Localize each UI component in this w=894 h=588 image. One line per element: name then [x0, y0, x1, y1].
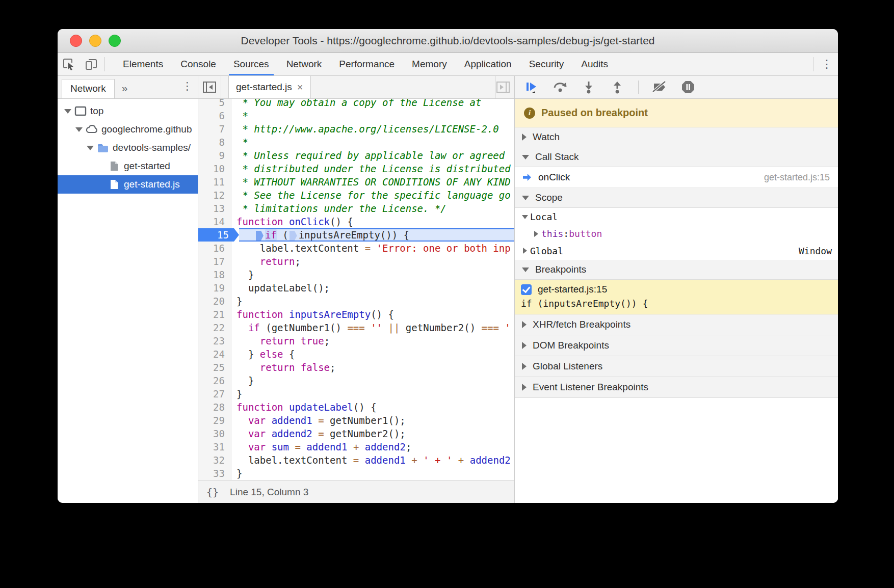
tree-item-get-started[interactable]: get-started: [58, 157, 198, 175]
paused-line-number-badge[interactable]: 15: [198, 228, 239, 242]
tree-item-get-started-js[interactable]: get-started.js: [58, 175, 198, 194]
step-over-button[interactable]: [553, 79, 568, 95]
device-toolbar-button[interactable]: [80, 53, 102, 75]
gutter-line-number[interactable]: 6: [198, 109, 231, 122]
gutter-line-number[interactable]: 12: [198, 189, 231, 202]
gutter-line-number[interactable]: 33: [198, 467, 231, 480]
tab-console[interactable]: Console: [172, 53, 225, 75]
section-call-stack[interactable]: Call Stack: [515, 147, 838, 167]
section-scope[interactable]: Scope: [515, 188, 838, 208]
scope-global[interactable]: Global Window: [515, 242, 838, 260]
panel-collapse-left-icon: [202, 81, 217, 93]
gutter-line-number[interactable]: 20: [198, 295, 231, 308]
resume-script-button[interactable]: [524, 79, 539, 95]
tab-network-drawer[interactable]: Network: [62, 79, 115, 98]
expander-open-icon[interactable]: [75, 127, 83, 132]
section-event-listener-breakpoints[interactable]: Event Listener Breakpoints: [515, 377, 838, 398]
gutter-line-number[interactable]: 31: [198, 440, 231, 453]
inspect-cursor-icon: [62, 58, 75, 71]
zoom-button[interactable]: [109, 35, 121, 47]
file-tab-get-started-js[interactable]: get-started.js ×: [228, 76, 311, 98]
code-line-content: if (getNumber1() === '' || getNumber2() …: [231, 321, 514, 334]
panels-container: Network » ⋮ topgooglechrome.githubdevtoo…: [58, 76, 838, 503]
tree-item-googlechrome-github[interactable]: googlechrome.github: [58, 120, 198, 139]
pause-on-exceptions-button[interactable]: [680, 79, 696, 95]
tab-audits[interactable]: Audits: [572, 53, 617, 75]
tab-sources[interactable]: Sources: [225, 53, 278, 75]
expander-open-icon[interactable]: [64, 109, 72, 114]
tree-item-devtools-samples-[interactable]: devtools-samples/: [58, 139, 198, 157]
expander-open-icon[interactable]: [86, 146, 94, 150]
gutter-line-number[interactable]: 27: [198, 387, 231, 400]
code-line-17: 17 return;: [198, 255, 514, 268]
breakpoint-checkbox[interactable]: [521, 284, 532, 295]
gutter-line-number[interactable]: 32: [198, 453, 231, 467]
inline-breakpoint-marker-icon[interactable]: [290, 231, 297, 240]
code-line-32: 32 label.textContent = addend1 + ' + ' +…: [198, 453, 514, 467]
scope-local[interactable]: Local: [515, 208, 838, 226]
gutter-line-number[interactable]: 13: [198, 202, 231, 215]
section-dom-breakpoints[interactable]: DOM Breakpoints: [515, 335, 838, 356]
gutter-line-number[interactable]: 5: [198, 99, 231, 109]
navigator-menu-icon[interactable]: ⋮: [182, 80, 193, 92]
code-editor[interactable]: 5 * You may obtain a copy of the License…: [198, 99, 514, 480]
gutter-line-number[interactable]: 11: [198, 175, 231, 189]
tab-elements[interactable]: Elements: [114, 53, 172, 75]
chevron-right-icon: [522, 342, 527, 349]
gutter-line-number[interactable]: 7: [198, 122, 231, 136]
step-out-button[interactable]: [610, 79, 625, 95]
code-line-33: 33}: [198, 467, 514, 480]
close-tab-icon[interactable]: ×: [297, 82, 303, 93]
chevron-down-icon: [522, 268, 529, 272]
minimize-button[interactable]: [89, 35, 101, 47]
scope-this[interactable]: this : button: [515, 226, 838, 242]
deactivate-breakpoints-button[interactable]: [652, 79, 667, 95]
gutter-line-number[interactable]: 8: [198, 136, 231, 149]
code-line-22: 22 if (getNumber1() === '' || getNumber2…: [198, 321, 514, 334]
more-tabs-icon[interactable]: »: [115, 82, 135, 98]
tab-performance[interactable]: Performance: [330, 53, 403, 75]
gutter-line-number[interactable]: 25: [198, 361, 231, 374]
section-xhr-breakpoints[interactable]: XHR/fetch Breakpoints: [515, 314, 838, 335]
gutter-line-number[interactable]: 9: [198, 149, 231, 162]
tab-application[interactable]: Application: [456, 53, 520, 75]
close-button[interactable]: [70, 35, 82, 47]
gutter-line-number[interactable]: 10: [198, 162, 231, 175]
collapse-navigator-button[interactable]: [198, 76, 221, 98]
editor-status-bar: {} Line 15, Column 3: [198, 480, 514, 503]
inspect-element-button[interactable]: [58, 53, 80, 75]
paused-banner-text: Paused on breakpoint: [541, 107, 648, 119]
gutter-line-number[interactable]: 24: [198, 348, 231, 361]
gutter-line-number[interactable]: 22: [198, 321, 231, 334]
step-into-button[interactable]: [581, 79, 596, 95]
gutter-line-number[interactable]: 17: [198, 255, 231, 268]
gutter-line-number[interactable]: 18: [198, 268, 231, 281]
call-frame-onclick[interactable]: onClick get-started.js:15: [515, 167, 838, 188]
tab-memory[interactable]: Memory: [403, 53, 456, 75]
breakpoint-entry[interactable]: get-started.js:15 if (inputsAreEmpty()) …: [515, 280, 838, 314]
chevron-right-icon: [522, 384, 527, 391]
section-watch[interactable]: Watch: [515, 127, 838, 147]
code-line-content: function updateLabel() {: [231, 400, 514, 414]
code-line-26: 26 }: [198, 374, 514, 387]
gutter-line-number[interactable]: 23: [198, 334, 231, 348]
tree-item-top[interactable]: top: [58, 102, 198, 120]
gutter-line-number[interactable]: 28: [198, 400, 231, 414]
section-breakpoints[interactable]: Breakpoints: [515, 260, 838, 280]
tab-security[interactable]: Security: [520, 53, 573, 75]
inline-breakpoint-marker-icon[interactable]: [256, 231, 264, 240]
gutter-line-number[interactable]: 16: [198, 242, 231, 255]
section-global-listeners[interactable]: Global Listeners: [515, 356, 838, 377]
tab-network[interactable]: Network: [278, 53, 331, 75]
gutter-line-number[interactable]: 29: [198, 414, 231, 427]
code-line-content: function inputsAreEmpty() {: [231, 308, 514, 321]
code-line-content: * limitations under the License. */: [231, 202, 514, 215]
panel-expand-right-icon[interactable]: [496, 81, 510, 93]
gutter-line-number[interactable]: 21: [198, 308, 231, 321]
gutter-line-number[interactable]: 19: [198, 281, 231, 295]
pretty-print-button[interactable]: {}: [206, 486, 219, 498]
gutter-line-number[interactable]: 30: [198, 427, 231, 440]
gutter-line-number[interactable]: 26: [198, 374, 231, 387]
more-options-icon[interactable]: ⋮: [816, 53, 838, 75]
gutter-line-number[interactable]: 14: [198, 215, 231, 228]
